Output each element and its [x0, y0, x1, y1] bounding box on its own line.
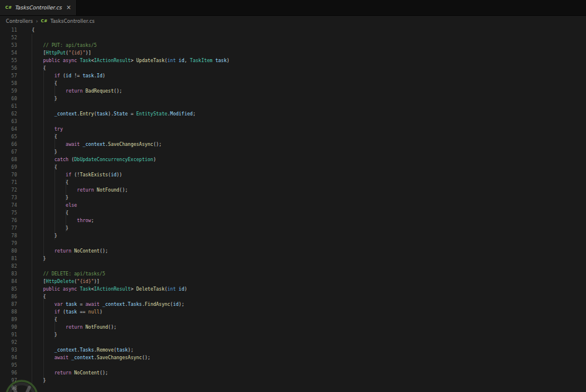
tab-taskscontroller[interactable]: C# TasksController.cs ×	[0, 0, 77, 15]
code-line[interactable]: 62 _context.Entry(task).State = EntitySt…	[0, 110, 586, 118]
code-line[interactable]: 80 return NoContent();	[0, 247, 586, 255]
code-line[interactable]: 94 await _context.SaveChangesAsync();	[0, 354, 586, 362]
line-number: 87	[0, 301, 17, 308]
line-number: 77	[0, 224, 17, 232]
code-line[interactable]: 90 return NotFound();	[0, 323, 586, 331]
code-line[interactable]: 70 if (!TaskExists(id))	[0, 171, 586, 179]
code-line[interactable]: 74 else	[0, 202, 586, 209]
code-line[interactable]: 71 {	[0, 179, 586, 186]
chevron-right-icon: ›	[36, 18, 38, 24]
code-line[interactable]: 54 [HttpPut("{id}")]	[0, 49, 586, 57]
code-line[interactable]: 86 {	[0, 293, 586, 301]
line-number: 71	[0, 179, 17, 186]
line-number: 83	[0, 270, 17, 278]
line-number: 61	[0, 103, 17, 110]
line-number: 63	[0, 118, 17, 125]
code-line[interactable]: 64 try	[0, 125, 586, 133]
code-line[interactable]: 91 }	[0, 331, 586, 339]
breadcrumb: Controllers › C# TasksController.cs	[0, 16, 586, 26]
code-line[interactable]: 97 }	[0, 377, 586, 384]
line-number: 62	[0, 110, 17, 118]
code-line[interactable]: 98	[0, 384, 586, 392]
code-line[interactable]: 68 catch (DbUpdateConcurrencyException)	[0, 156, 586, 163]
code-line[interactable]: 76 throw;	[0, 217, 586, 224]
csharp-file-icon: C#	[41, 19, 47, 23]
line-number: 94	[0, 354, 17, 362]
tab-label: TasksController.cs	[15, 5, 62, 11]
line-number: 11	[0, 26, 17, 34]
line-number: 88	[0, 308, 17, 316]
code-line[interactable]: 77 }	[0, 224, 586, 232]
code-line[interactable]: 95	[0, 362, 586, 369]
code-line[interactable]: 59 return BadRequest();	[0, 87, 586, 95]
code-line[interactable]: 92	[0, 339, 586, 346]
line-number: 86	[0, 293, 17, 301]
code-line[interactable]: 52	[0, 34, 586, 42]
line-number: 60	[0, 95, 17, 103]
code-line[interactable]: 60 }	[0, 95, 586, 103]
line-number: 81	[0, 255, 17, 263]
line-number: 66	[0, 141, 17, 148]
code-line[interactable]: 65 {	[0, 133, 586, 141]
code-line[interactable]: 58 {	[0, 80, 586, 87]
code-line[interactable]: 61	[0, 103, 586, 110]
line-number: 54	[0, 49, 17, 57]
code-line[interactable]: 56 {	[0, 64, 586, 72]
line-number: 76	[0, 217, 17, 224]
line-number: 75	[0, 209, 17, 217]
code-line[interactable]: 82	[0, 263, 586, 270]
code-line[interactable]: 89 {	[0, 316, 586, 323]
line-number: 67	[0, 148, 17, 156]
code-line[interactable]: 93 _context.Tasks.Remove(task);	[0, 346, 586, 354]
line-number: 80	[0, 247, 17, 255]
line-number: 52	[0, 34, 17, 42]
code-line[interactable]: 84 [HttpDelete("{id}")]	[0, 278, 586, 285]
code-line[interactable]: 57 if (id != task.Id)	[0, 72, 586, 80]
code-line[interactable]: 55 public async Task<IActionResult> Upda…	[0, 57, 586, 64]
line-number: 85	[0, 285, 17, 293]
code-line[interactable]: 83 // DELETE: api/tasks/5	[0, 270, 586, 278]
breadcrumb-item-file[interactable]: TasksController.cs	[50, 18, 95, 24]
line-number: 53	[0, 42, 17, 49]
line-number: 84	[0, 278, 17, 285]
code-line[interactable]: 63	[0, 118, 586, 125]
code-line[interactable]: 53 // PUT: api/tasks/5	[0, 42, 586, 49]
code-line[interactable]: 87 var task = await _context.Tasks.FindA…	[0, 301, 586, 308]
line-number: 72	[0, 186, 17, 194]
code-line[interactable]: 66 await _context.SaveChangesAsync();	[0, 141, 586, 148]
line-number: 96	[0, 369, 17, 377]
breadcrumb-item-controllers[interactable]: Controllers	[6, 18, 33, 24]
line-number: 78	[0, 232, 17, 240]
line-number: 57	[0, 72, 17, 80]
code-lines: 11 {5253 // PUT: api/tasks/554 [HttpPut(…	[0, 26, 586, 392]
code-line[interactable]: 85 public async Task<IActionResult> Dele…	[0, 285, 586, 293]
line-number: 91	[0, 331, 17, 339]
line-number: 64	[0, 125, 17, 133]
code-line[interactable]: 75 {	[0, 209, 586, 217]
line-number: 90	[0, 323, 17, 331]
editor-pane[interactable]: 11 {5253 // PUT: api/tasks/554 [HttpPut(…	[0, 26, 586, 392]
line-number: 89	[0, 316, 17, 323]
line-number: 56	[0, 64, 17, 72]
line-number: 68	[0, 156, 17, 163]
code-line[interactable]: 88 if (task == null)	[0, 308, 586, 316]
tab-bar: C# TasksController.cs ×	[0, 0, 586, 16]
code-line[interactable]: 11 {	[0, 26, 586, 34]
line-number: 98	[0, 384, 17, 392]
code-line[interactable]: 96 return NoContent();	[0, 369, 586, 377]
line-number: 93	[0, 346, 17, 354]
code-line[interactable]: 67 }	[0, 148, 586, 156]
code-line[interactable]: 78 }	[0, 232, 586, 240]
close-icon[interactable]: ×	[66, 5, 71, 11]
code-line[interactable]: 79	[0, 240, 586, 247]
code-line[interactable]: 73 }	[0, 194, 586, 202]
code-line[interactable]: 69 {	[0, 163, 586, 171]
code-editor-window: C# TasksController.cs × Controllers › C#…	[0, 0, 586, 392]
line-number: 65	[0, 133, 17, 141]
code-line[interactable]: 72 return NotFound();	[0, 186, 586, 194]
line-number: 58	[0, 80, 17, 87]
line-number: 95	[0, 362, 17, 369]
code-line[interactable]: 81 }	[0, 255, 586, 263]
line-number: 74	[0, 202, 17, 209]
line-number: 92	[0, 339, 17, 346]
